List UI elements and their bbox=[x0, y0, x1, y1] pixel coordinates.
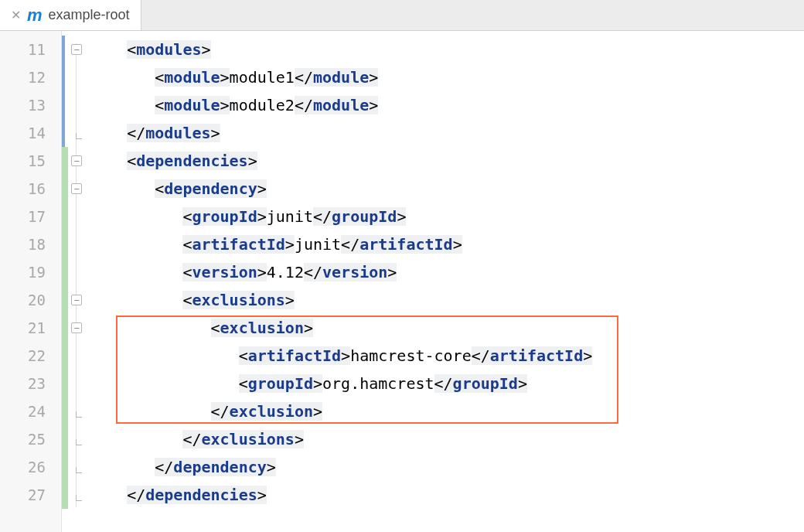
gutter: 1112131415161718192021222324252627 bbox=[0, 31, 62, 532]
code-line[interactable]: </dependencies> bbox=[99, 481, 804, 509]
code-line[interactable]: <dependency> bbox=[99, 175, 804, 203]
close-icon[interactable]: ✕ bbox=[11, 8, 21, 22]
tab-bar: ✕ m example-root bbox=[0, 0, 804, 31]
code-line[interactable]: </exclusion> bbox=[99, 397, 804, 425]
code-line[interactable]: <dependencies> bbox=[99, 147, 804, 175]
code-line[interactable]: </dependency> bbox=[99, 453, 804, 481]
code-line[interactable]: <artifactId>junit</artifactId> bbox=[99, 230, 804, 258]
editor-tab[interactable]: ✕ m example-root bbox=[0, 0, 141, 30]
line-number: 26 bbox=[0, 453, 61, 481]
line-number: 15 bbox=[0, 147, 61, 175]
code-line[interactable]: <exclusion> bbox=[99, 314, 804, 342]
line-number: 17 bbox=[0, 203, 61, 230]
code-line[interactable]: <modules> bbox=[99, 36, 804, 63]
line-number: 19 bbox=[0, 258, 61, 286]
code-line[interactable]: <artifactId>hamcrest-core</artifactId> bbox=[99, 342, 804, 370]
line-number: 20 bbox=[0, 286, 61, 314]
line-number: 18 bbox=[0, 230, 61, 258]
code-line[interactable]: <module>module1</module> bbox=[99, 63, 804, 91]
code-line[interactable]: <exclusions> bbox=[99, 286, 804, 314]
code-line[interactable]: <groupId>org.hamcrest</groupId> bbox=[99, 370, 804, 397]
code-area[interactable]: <modules> <module>module1</module> <modu… bbox=[62, 31, 804, 532]
line-number: 25 bbox=[0, 425, 61, 453]
line-number: 27 bbox=[0, 481, 61, 509]
line-number: 21 bbox=[0, 314, 61, 342]
line-number: 24 bbox=[0, 397, 61, 425]
code-line[interactable]: <module>module2</module> bbox=[99, 91, 804, 119]
line-number: 12 bbox=[0, 63, 61, 91]
maven-file-icon: m bbox=[27, 5, 43, 26]
line-number: 13 bbox=[0, 91, 61, 119]
line-number: 16 bbox=[0, 175, 61, 203]
line-number: 23 bbox=[0, 370, 61, 397]
line-number: 14 bbox=[0, 119, 61, 147]
code-line[interactable]: </modules> bbox=[99, 119, 804, 147]
code-line[interactable]: <groupId>junit</groupId> bbox=[99, 203, 804, 230]
tab-label: example-root bbox=[49, 7, 130, 23]
code-line[interactable]: <version>4.12</version> bbox=[99, 258, 804, 286]
code-line[interactable]: </exclusions> bbox=[99, 425, 804, 453]
code-editor[interactable]: 1112131415161718192021222324252627 −−−−−… bbox=[0, 31, 804, 532]
line-number: 22 bbox=[0, 342, 61, 370]
line-number: 11 bbox=[0, 36, 61, 63]
